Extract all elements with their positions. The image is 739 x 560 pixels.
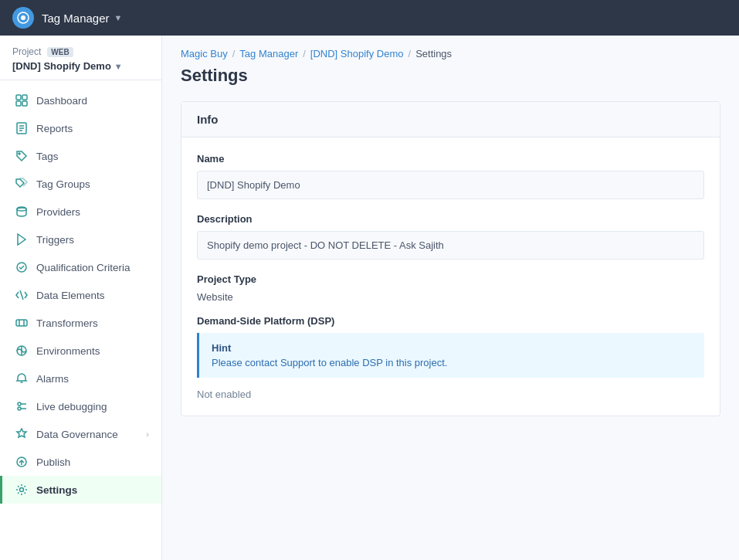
sidebar-item-dashboard[interactable]: Dashboard xyxy=(0,87,161,114)
breadcrumb-current: Settings xyxy=(415,48,452,59)
sidebar-label-publish: Publish xyxy=(36,456,70,468)
tag-groups-icon xyxy=(15,177,29,191)
sidebar-label-live-debugging: Live debugging xyxy=(36,401,107,412)
breadcrumb-sep-3: / xyxy=(408,48,412,59)
triggers-icon xyxy=(15,232,29,246)
sidebar-label-data-governance: Data Governance xyxy=(36,429,118,440)
project-label: Project xyxy=(12,46,41,57)
svg-rect-5 xyxy=(22,101,27,106)
sidebar-label-data-elements: Data Elements xyxy=(36,290,105,301)
main-content: Magic Buy / Tag Manager / [DND] Shopify … xyxy=(162,36,739,560)
svg-point-23 xyxy=(18,407,21,410)
sidebar-label-tag-groups: Tag Groups xyxy=(36,178,90,190)
live-debugging-icon xyxy=(15,399,29,413)
data-governance-icon xyxy=(15,427,29,441)
sidebar-item-providers[interactable]: Providers xyxy=(0,198,161,226)
sidebar-label-tags: Tags xyxy=(36,151,59,162)
tags-icon xyxy=(15,149,29,163)
svg-rect-2 xyxy=(16,95,21,100)
sidebar-item-environments[interactable]: Environments xyxy=(0,337,161,365)
project-chevron: ▼ xyxy=(114,62,123,71)
sidebar-label-transformers: Transformers xyxy=(36,317,98,329)
dsp-label: Demand-Side Platform (DSP) xyxy=(197,315,704,327)
breadcrumb-tag-manager[interactable]: Tag Manager xyxy=(239,48,298,59)
breadcrumb-magic-buy[interactable]: Magic Buy xyxy=(181,48,228,59)
sidebar-item-publish[interactable]: Publish xyxy=(0,448,161,476)
environments-icon xyxy=(15,344,29,358)
hint-text: Please contact Support to enable DSP in … xyxy=(212,357,692,368)
svg-rect-3 xyxy=(22,95,27,100)
svg-point-21 xyxy=(18,402,21,406)
data-elements-icon xyxy=(15,288,29,302)
name-input[interactable]: [DND] Shopify Demo xyxy=(197,171,704,199)
sidebar-item-qualification-criteria[interactable]: Qualification Criteria xyxy=(0,253,161,281)
sidebar-label-providers: Providers xyxy=(36,206,80,218)
sidebar-label-dashboard: Dashboard xyxy=(36,95,87,107)
sidebar-item-transformers[interactable]: Transformers xyxy=(0,309,161,337)
sidebar-item-live-debugging[interactable]: Live debugging xyxy=(0,392,161,420)
sidebar-label-reports: Reports xyxy=(36,123,73,134)
sidebar-project: Project WEB [DND] Shopify Demo ▼ xyxy=(0,36,161,80)
data-governance-chevron: › xyxy=(146,429,149,439)
breadcrumb-sep-1: / xyxy=(232,48,236,59)
description-label: Description xyxy=(197,213,704,225)
breadcrumb-sep-2: / xyxy=(303,48,306,59)
sidebar-item-reports[interactable]: Reports xyxy=(0,114,161,142)
dsp-hint-box: Hint Please contact Support to enable DS… xyxy=(197,333,704,378)
sidebar: Project WEB [DND] Shopify Demo ▼ xyxy=(0,36,162,560)
sidebar-item-tags[interactable]: Tags xyxy=(0,142,161,170)
hint-title: Hint xyxy=(212,342,692,354)
sidebar-label-environments: Environments xyxy=(36,345,100,357)
svg-line-14 xyxy=(20,290,23,300)
qualification-icon xyxy=(15,260,29,274)
svg-point-27 xyxy=(20,488,24,492)
layout: Project WEB [DND] Shopify Demo ▼ xyxy=(0,36,739,560)
sidebar-item-alarms[interactable]: Alarms xyxy=(0,365,161,392)
sidebar-label-alarms: Alarms xyxy=(36,373,69,385)
svg-point-11 xyxy=(17,208,26,211)
providers-icon xyxy=(15,205,29,219)
description-input[interactable]: Shopify demo project - DO NOT DELETE - A… xyxy=(197,231,704,260)
dsp-not-enabled: Not enabled xyxy=(197,389,704,400)
name-label: Name xyxy=(197,153,704,165)
sidebar-item-data-governance[interactable]: Data Governance › xyxy=(0,420,161,448)
app-logo xyxy=(12,7,34,29)
sidebar-project-row: Project WEB xyxy=(12,46,149,57)
sidebar-item-data-elements[interactable]: Data Elements xyxy=(0,281,161,309)
sidebar-item-settings[interactable]: Settings xyxy=(0,476,161,504)
app-title[interactable]: Tag Manager ▼ xyxy=(42,12,122,25)
app-title-chevron: ▼ xyxy=(114,13,123,22)
breadcrumb-project[interactable]: [DND] Shopify Demo xyxy=(310,48,404,59)
project-name[interactable]: [DND] Shopify Demo ▼ xyxy=(12,60,149,72)
publish-icon xyxy=(15,455,29,469)
sidebar-label-triggers: Triggers xyxy=(36,234,74,246)
sidebar-item-triggers[interactable]: Triggers xyxy=(0,226,161,253)
svg-rect-15 xyxy=(16,320,27,326)
sidebar-nav: Dashboard Reports xyxy=(0,80,161,560)
project-type-value: Website xyxy=(197,291,704,303)
card-body: Name [DND] Shopify Demo Description Shop… xyxy=(181,137,720,416)
transformers-icon xyxy=(15,316,29,330)
settings-icon xyxy=(15,483,29,497)
project-type-label: Project Type xyxy=(197,273,704,285)
page-title: Settings xyxy=(162,63,739,101)
project-badge: WEB xyxy=(47,47,73,57)
sidebar-label-settings: Settings xyxy=(36,484,77,496)
settings-card: Info Name [DND] Shopify Demo Description… xyxy=(181,101,720,416)
sidebar-label-qualification: Qualification Criteria xyxy=(36,262,131,273)
breadcrumb: Magic Buy / Tag Manager / [DND] Shopify … xyxy=(162,36,739,63)
card-section-header: Info xyxy=(181,102,720,137)
reports-icon xyxy=(15,121,29,135)
sidebar-item-tag-groups[interactable]: Tag Groups xyxy=(0,170,161,198)
svg-point-10 xyxy=(19,153,20,154)
dashboard-icon xyxy=(15,93,29,107)
alarms-icon xyxy=(15,372,29,385)
svg-point-1 xyxy=(21,15,25,20)
svg-marker-12 xyxy=(18,234,25,245)
svg-rect-4 xyxy=(16,101,21,106)
topbar: Tag Manager ▼ xyxy=(0,0,739,36)
